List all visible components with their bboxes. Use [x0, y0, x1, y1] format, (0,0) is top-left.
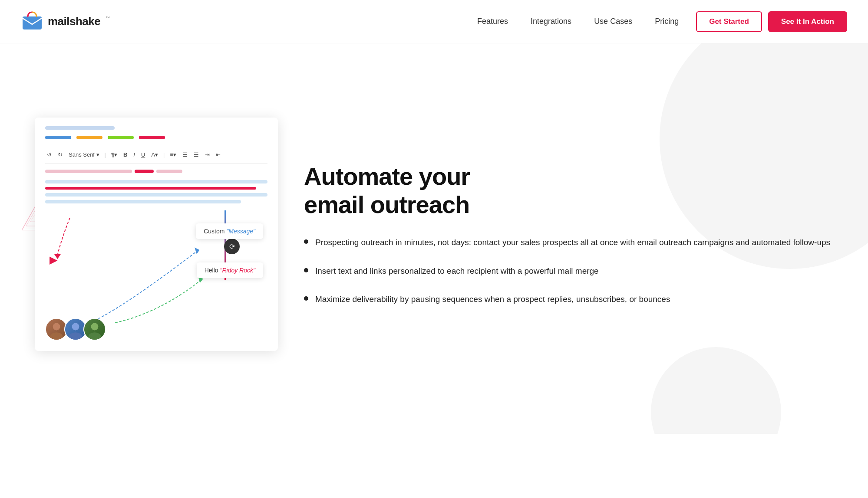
hero-title: Automate your email outreach [304, 163, 833, 219]
bullet-item-1: Prospecting outreach in minutes, not day… [304, 236, 833, 249]
nav-pricing[interactable]: Pricing [655, 17, 679, 26]
sync-icon: ⟳ [224, 239, 240, 254]
subject-line-highlight [135, 170, 154, 173]
avatars-group [45, 318, 106, 341]
label-custom-message: Custom "Message" [196, 223, 263, 239]
hero-section: ↺ ↻ Sans Serif ▾ | ¶▾ B I U A▾ | ≡▾ ☰ ☰ … [0, 43, 868, 434]
hero-bullet-list: Prospecting outreach in minutes, not day… [304, 236, 833, 305]
get-started-button[interactable]: Get Started [696, 11, 762, 32]
svg-point-11 [69, 332, 82, 340]
body-line-2 [45, 187, 256, 190]
editor-body-lines [45, 180, 267, 203]
toolbar-font[interactable]: Sans Serif ▾ [67, 151, 101, 159]
navbar: mailshake ™ Features Integrations Use Ca… [0, 0, 868, 43]
toolbar-redo[interactable]: ↻ [56, 151, 64, 159]
editor-url-bar [45, 126, 115, 130]
editor-tabs [45, 136, 267, 139]
hero-content: Automate your email outreach Prospecting… [304, 163, 833, 305]
toolbar-para[interactable]: ¶▾ [109, 151, 119, 159]
email-editor-card: ↺ ↻ Sans Serif ▾ | ¶▾ B I U A▾ | ≡▾ ☰ ☰ … [35, 118, 278, 351]
bullet-dot-1 [304, 239, 308, 244]
editor-top-bar [45, 126, 267, 139]
svg-point-8 [53, 323, 60, 331]
toolbar-undo[interactable]: ↺ [45, 151, 53, 159]
avatar-1-image [46, 319, 67, 340]
svg-point-13 [89, 332, 101, 340]
red-play-arrow-icon: ▶ [50, 254, 57, 266]
nav-use-cases[interactable]: Use Cases [594, 17, 632, 26]
subject-line-end [156, 170, 182, 173]
subject-line-bg [45, 170, 132, 173]
toolbar-color[interactable]: A▾ [149, 151, 160, 159]
toolbar-align[interactable]: ≡▾ [168, 151, 178, 159]
nav-links: Features Integrations Use Cases Pricing [477, 17, 679, 26]
toolbar-bold[interactable]: B [122, 151, 129, 159]
toolbar-list1[interactable]: ☰ [181, 151, 189, 159]
bullet-dot-3 [304, 296, 308, 301]
logo-text: mailshake [48, 15, 100, 28]
editor-tab-green [108, 136, 134, 139]
logo-icon [21, 10, 43, 33]
bullet-dot-2 [304, 268, 308, 272]
editor-bottom: ▶ ⟳ Custom "Message" Hello "Ridoy Rock" [45, 210, 267, 341]
body-line-1 [45, 180, 267, 183]
avatar-3-image [84, 319, 105, 340]
toolbar-underline[interactable]: U [139, 151, 147, 159]
see-it-in-action-button[interactable]: See It In Action [768, 11, 847, 32]
toolbar-indent2[interactable]: ⇤ [214, 151, 222, 159]
avatar-3 [83, 318, 106, 341]
body-line-3 [45, 193, 267, 197]
body-line-4 [45, 200, 241, 203]
toolbar-sep2: | [163, 151, 165, 158]
svg-marker-6 [195, 248, 199, 254]
hero-illustration: ↺ ↻ Sans Serif ▾ | ¶▾ B I U A▾ | ≡▾ ☰ ☰ … [35, 118, 278, 351]
svg-point-10 [72, 323, 79, 331]
toolbar-indent1[interactable]: ⇥ [203, 151, 211, 159]
editor-tab-orange [76, 136, 102, 139]
nav-integrations[interactable]: Integrations [531, 17, 571, 26]
svg-point-9 [50, 332, 63, 340]
editor-tab-red [139, 136, 165, 139]
editor-tab-blue [45, 136, 71, 139]
toolbar-italic[interactable]: I [132, 151, 137, 159]
svg-rect-0 [23, 16, 42, 29]
editor-toolbar: ↺ ↻ Sans Serif ▾ | ¶▾ B I U A▾ | ≡▾ ☰ ☰ … [45, 146, 267, 164]
bullet-item-3: Maximize deliverability by pausing seque… [304, 293, 833, 305]
avatar-2-image [65, 319, 86, 340]
svg-point-12 [91, 323, 99, 331]
toolbar-sep1: | [105, 151, 106, 158]
nav-features[interactable]: Features [477, 17, 508, 26]
toolbar-list2[interactable]: ☰ [192, 151, 201, 159]
label-hello-name: Hello "Ridoy Rock" [197, 262, 263, 278]
logo-link[interactable]: mailshake ™ [21, 10, 110, 33]
bullet-item-2: Insert text and links personalized to ea… [304, 265, 833, 277]
